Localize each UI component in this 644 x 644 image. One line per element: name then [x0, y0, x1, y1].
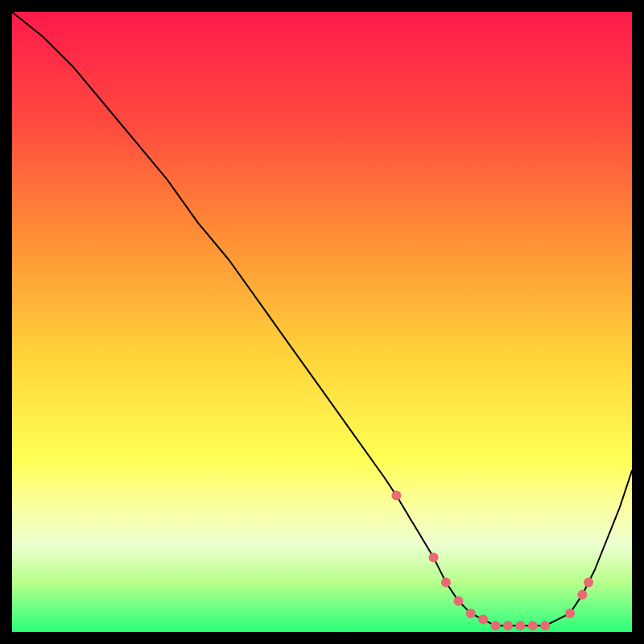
chart-svg: [12, 12, 632, 632]
marker-point: [466, 609, 476, 618]
chart-frame: TheBottleneck.com: [12, 12, 632, 632]
marker-point: [391, 491, 401, 501]
marker-point: [577, 590, 587, 600]
marker-point: [478, 615, 488, 625]
marker-point: [515, 621, 525, 630]
marker-point: [441, 577, 451, 587]
marker-point: [503, 621, 513, 630]
marker-point: [528, 621, 538, 630]
marker-point: [540, 621, 550, 630]
marker-point: [565, 609, 575, 618]
marker-point: [584, 577, 593, 587]
marker-point: [429, 553, 439, 563]
marker-point: [453, 597, 463, 606]
marker-point: [491, 621, 501, 630]
